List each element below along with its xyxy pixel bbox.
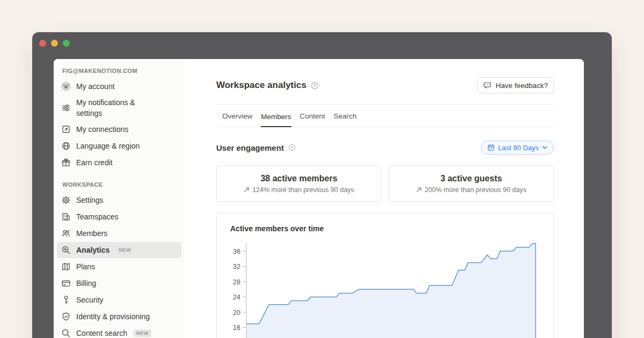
gear-icon [61,195,71,205]
analytics-tabs: Overview Members Content Search [216,105,554,127]
sidebar-item-label: Teamspaces [76,212,119,221]
chevron-down-icon [542,146,547,149]
settings-panel: FIG@MAKENOTION.COM My account My noti [54,59,584,338]
building-icon [61,212,71,222]
sidebar-item-members[interactable]: Members [57,225,181,241]
sidebar-item-identity-provisioning[interactable]: Identity & provisioning [57,308,181,325]
sidebar-item-label: Language & region [76,142,140,150]
sidebar-item-label: My account [76,82,115,91]
sidebar-item-settings[interactable]: Settings [57,192,181,208]
window-controls [32,32,612,47]
new-badge: NEW [116,246,134,254]
close-window-button[interactable] [39,40,46,47]
user-engagement-row: User engagement ? [216,139,554,156]
svg-text:36: 36 [233,248,240,255]
stat-delta-text: 200% more than previous 90 days [425,186,526,194]
sidebar-item-plans[interactable]: Plans [57,259,181,275]
new-badge: NEW [134,329,151,337]
calendar-icon [487,144,495,151]
svg-text:32: 32 [233,263,240,270]
sidebar-item-label: Security [76,296,104,304]
sidebar-item-label: Members [76,229,107,238]
zoom-window-button[interactable] [63,40,70,47]
stat-headline: 38 active members [260,174,337,183]
sidebar-item-security[interactable]: Security [57,292,181,308]
app-window: FIG@MAKENOTION.COM My account My noti [32,32,612,338]
svg-text:28: 28 [233,278,240,286]
people-icon [61,229,71,238]
sidebar-item-content-search[interactable]: Content search NEW [57,325,181,338]
gift-icon [61,158,71,167]
help-circle-icon[interactable]: ? [288,144,296,151]
date-range-label: Last 90 Days [498,144,539,152]
sidebar-item-language-region[interactable]: Language & region [57,138,181,154]
settings-sidebar: FIG@MAKENOTION.COM My account My noti [54,59,185,338]
sidebar-item-label: Plans [76,262,95,271]
sliders-icon [61,103,71,113]
help-circle-icon[interactable]: ? [311,82,319,90]
sidebar-item-analytics[interactable]: Analytics NEW [57,242,181,258]
sidebar-item-label: Content search [76,329,127,337]
page-header: Workspace analytics ? Have feedback? [216,77,554,93]
sidebar-item-label: My notifications & settings [76,97,156,119]
tab-members[interactable]: Members [261,105,291,127]
sidebar-item-label: Identity & provisioning [76,312,150,321]
magnifier-icon [61,328,71,338]
credit-card-icon [61,278,71,288]
svg-text:?: ? [291,145,294,150]
analytics-main: Workspace analytics ? Have feedback? [185,59,584,338]
sidebar-item-my-account[interactable]: My account [57,78,181,94]
tab-content[interactable]: Content [300,105,325,127]
trend-up-icon [244,187,250,193]
sidebar-item-teamspaces[interactable]: Teamspaces [57,209,181,225]
key-icon [61,295,71,305]
sidebar-item-label: Earn credit [76,158,113,167]
stat-cards-row: 38 active members 124% more than previou… [216,165,554,202]
stat-delta-text: 124% more than previous 90 days [252,186,354,194]
shield-check-icon [61,312,71,321]
svg-text:16: 16 [233,324,240,332]
sidebar-item-my-connections[interactable]: My connections [57,121,181,137]
active-guests-stat-card: 3 active guests 200% more than previous … [389,165,554,202]
trend-up-icon [416,187,422,193]
date-range-dropdown[interactable]: Last 90 Days [481,141,554,155]
sidebar-item-label: Analytics [76,246,109,254]
minimize-window-button[interactable] [51,40,58,47]
avatar-icon [61,82,71,91]
arrow-square-icon [61,124,71,134]
svg-text:24: 24 [233,293,240,301]
sidebar-item-earn-credit[interactable]: Earn credit [57,155,181,171]
sidebar-item-label: Settings [76,196,104,204]
account-email-label: FIG@MAKENOTION.COM [54,68,185,74]
sidebar-item-notifications-settings[interactable]: My notifications & settings [57,95,181,121]
speech-bubble-icon [483,81,492,90]
have-feedback-button[interactable]: Have feedback? [477,77,554,93]
svg-text:20: 20 [233,309,240,317]
tab-search[interactable]: Search [334,105,357,127]
active-members-stat-card: 38 active members 124% more than previou… [216,165,382,202]
map-icon [61,262,71,271]
active-members-chart-card: Active members over time 363228242016 [216,212,554,338]
feedback-button-label: Have feedback? [495,82,548,90]
sidebar-item-label: Billing [76,279,96,288]
chart-title: Active members over time [230,224,324,233]
sidebar-item-billing[interactable]: Billing [57,275,181,291]
globe-icon [61,141,71,151]
section-title: User engagement [216,143,284,152]
page-title: Workspace analytics [216,80,306,91]
workspace-section-label: WORKSPACE [54,181,185,188]
tab-overview[interactable]: Overview [222,105,252,127]
magnifier-plus-icon [61,245,71,255]
stat-headline: 3 active guests [441,174,502,183]
svg-text:?: ? [313,83,316,88]
sidebar-item-label: My connections [76,125,128,134]
